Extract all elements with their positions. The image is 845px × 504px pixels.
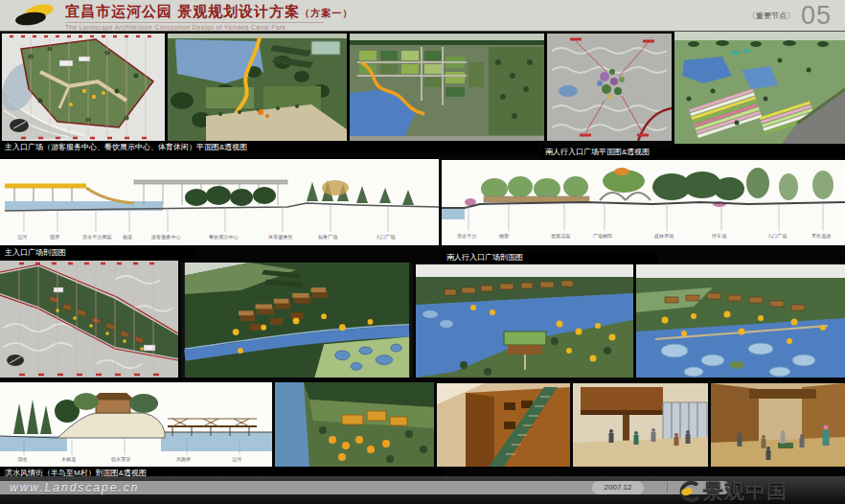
hillside-render-illustration bbox=[275, 382, 434, 467]
caption-main-entrance-plan: 主入口广场（游客服务中心、餐饮展示中心、体育休闲）平面图&透视图 bbox=[0, 142, 539, 153]
title-suffix: （方案一） bbox=[300, 8, 353, 18]
master-plan-illustration bbox=[2, 34, 165, 141]
section-label: 湿地 bbox=[17, 456, 27, 464]
panel-village-render-3 bbox=[636, 264, 845, 378]
riverside-plan-illustration bbox=[0, 261, 178, 378]
brand-block: 景观中国 bbox=[676, 478, 788, 504]
compass-stamp-icon bbox=[10, 119, 29, 132]
street-render-2-illustration bbox=[711, 383, 845, 467]
panel-aerial-render-1 bbox=[168, 34, 347, 141]
panel-street-render-2 bbox=[711, 383, 845, 467]
village-render-1-illustration bbox=[181, 263, 413, 378]
title-main: 宜昌市运河公园 bbox=[65, 3, 172, 19]
aerial-render-2-illustration bbox=[350, 34, 544, 141]
caption-south-entrance-plan: 南人行入口广场平面图&透视图 bbox=[540, 147, 845, 158]
courtyard-render-illustration bbox=[437, 383, 570, 467]
section-label: 驳岸 bbox=[50, 234, 59, 241]
panel-hillside-render bbox=[275, 382, 434, 467]
page-title: 宜昌市运河公园 景观规划设计方案（方案一） bbox=[65, 3, 353, 21]
section-label: 停车场 bbox=[712, 233, 726, 241]
brand-name: 景观中国 bbox=[703, 478, 788, 504]
panel-master-plan bbox=[2, 34, 165, 141]
footer-divider bbox=[667, 482, 668, 493]
section-label: 游客服务中心 bbox=[151, 234, 181, 241]
panel-flower-field-aerial bbox=[674, 32, 845, 144]
section-label: 入口广场 bbox=[376, 234, 395, 241]
section-label: 运河 bbox=[17, 234, 27, 241]
section-label: 风雨桥 bbox=[176, 456, 191, 464]
caption-main-entrance-section: 主入口广场剖面图 bbox=[0, 247, 196, 259]
panel-section-main-entrance: 运河 驳岸 亲水平台廊架 栈道 游客服务中心 餐饮展示中心 体育健身区 知青广场… bbox=[0, 159, 439, 245]
logo-black-ellipse bbox=[14, 11, 46, 27]
panel-street-render-1 bbox=[573, 383, 708, 467]
title-block: 宜昌市运河公园 景观规划设计方案（方案一） The Landscape Arch… bbox=[65, 3, 353, 31]
village-render-2-illustration bbox=[416, 264, 633, 378]
panel-village-render-2 bbox=[416, 264, 633, 378]
panel-section-south-entrance: 亲水平台 雕塑 景观花架 广场树阵 疏林草地 停车场 入口广场 市政道路 bbox=[442, 160, 845, 245]
title-bold: 景观规划设计方案 bbox=[177, 3, 300, 19]
waterfront-section-illustration bbox=[0, 382, 272, 467]
panel-aerial-render-2 bbox=[350, 34, 544, 141]
panel-village-render-1 bbox=[181, 263, 413, 378]
section-label: 疏林草地 bbox=[654, 233, 674, 241]
aerial-render-1-illustration bbox=[168, 34, 347, 141]
website-link[interactable]: www.Landscape.cn bbox=[10, 481, 139, 494]
page-number: 05 bbox=[801, 1, 832, 31]
panel-entry-plan bbox=[547, 34, 672, 141]
subtitle-english: The Landscape Architecture Conception De… bbox=[65, 22, 324, 31]
street-render-1-illustration bbox=[573, 383, 708, 467]
compass-stamp-icon bbox=[7, 355, 24, 366]
landscape-china-logo-icon bbox=[676, 480, 701, 503]
entry-plan-illustration bbox=[547, 34, 672, 141]
section-label: 雕塑 bbox=[499, 233, 509, 241]
section-label: 市政道路 bbox=[811, 233, 831, 241]
flower-field-illustration bbox=[674, 32, 845, 144]
section-label: 景观花架 bbox=[551, 233, 570, 241]
footer-bar: www.Landscape.cn 2007.12 景观中国 bbox=[0, 476, 845, 504]
panel-courtyard-render bbox=[437, 383, 570, 467]
presentation-board: 宜昌市运河公园 景观规划设计方案（方案一） The Landscape Arch… bbox=[0, 0, 845, 504]
section-label: 栈道 bbox=[123, 234, 132, 241]
section-main-entrance-illustration bbox=[0, 159, 439, 245]
section-label: 餐饮展示中心 bbox=[209, 234, 239, 241]
section-tag: 〔重要节点〕 bbox=[748, 11, 794, 21]
panel-riverside-plan bbox=[0, 261, 178, 378]
section-label: 广场树阵 bbox=[593, 233, 612, 241]
section-label: 知青广场 bbox=[318, 234, 337, 241]
date-badge: 2007.12 bbox=[592, 481, 644, 494]
section-label: 亲水平台廊架 bbox=[82, 234, 112, 241]
section-label: 木栈道 bbox=[61, 456, 76, 464]
panel-waterfront-section: 湿地 木栈道 临水茶室 风雨桥 运河 bbox=[0, 382, 272, 467]
section-label: 亲水平台 bbox=[457, 233, 476, 241]
header-bar: 宜昌市运河公园 景观规划设计方案（方案一） The Landscape Arch… bbox=[0, 0, 845, 32]
park-logo-icon bbox=[15, 4, 57, 27]
section-label: 临水茶室 bbox=[111, 456, 130, 464]
village-render-3-illustration bbox=[636, 264, 845, 378]
caption-south-entrance-section: 南人行入口广场剖面图 bbox=[442, 252, 657, 263]
section-label: 运河 bbox=[232, 456, 241, 464]
section-label: 入口广场 bbox=[767, 233, 787, 241]
section-label: 体育健身区 bbox=[268, 234, 293, 241]
page-info: 〔重要节点〕 05 bbox=[748, 0, 832, 31]
